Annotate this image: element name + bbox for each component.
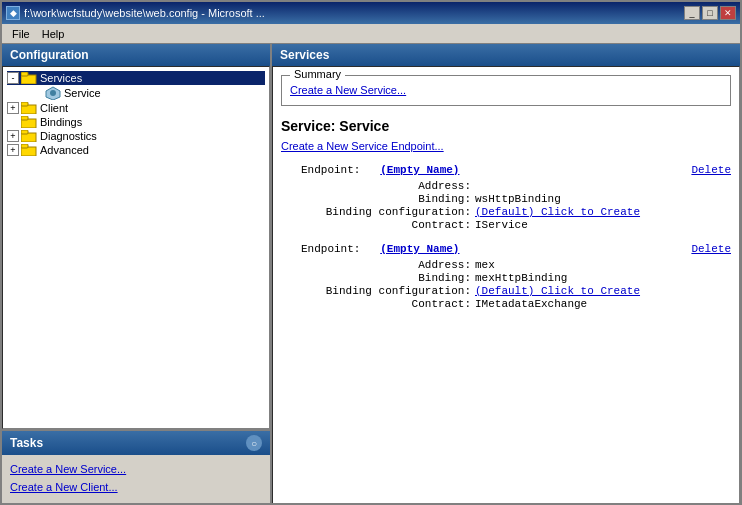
tree-item-advanced[interactable]: + Advanced [7, 143, 265, 157]
tree-label-services: Services [40, 72, 82, 84]
endpoint-name-link-2[interactable]: (Empty Name) [380, 243, 459, 255]
svg-rect-11 [21, 144, 28, 148]
tree-item-services[interactable]: - Services [7, 71, 265, 85]
svg-rect-9 [21, 130, 28, 134]
ep2-address-label: Address: [321, 259, 471, 271]
left-panel: Configuration - Services + Service [2, 44, 272, 505]
task-create-client[interactable]: Create a New Client... [10, 481, 262, 493]
endpoint-label-1: Endpoint: [301, 164, 360, 176]
tree-item-diagnostics[interactable]: + Diagnostics [7, 129, 265, 143]
delete-link-2[interactable]: Delete [691, 243, 731, 255]
ep2-address-value: mex [475, 259, 731, 271]
services-panel-header: Services [272, 44, 740, 66]
svg-rect-7 [21, 116, 28, 120]
endpoint-label-2: Endpoint: [301, 243, 360, 255]
tasks-content: Create a New Service... Create a New Cli… [2, 455, 270, 505]
task-create-service[interactable]: Create a New Service... [10, 463, 262, 475]
tree-item-client[interactable]: + Client [7, 101, 265, 115]
tasks-circle-icon: ○ [246, 435, 262, 451]
folder-icon-bindings [21, 116, 37, 128]
menu-file[interactable]: File [6, 26, 36, 42]
tree-label-bindings: Bindings [40, 116, 82, 128]
ep1-binding-value: wsHttpBinding [475, 193, 731, 205]
window-icon: ◆ [6, 6, 20, 20]
endpoint-block-1: Endpoint: (Empty Name) Delete Address: B… [281, 164, 731, 231]
ep2-binding-label: Binding: [321, 272, 471, 284]
create-endpoint-link[interactable]: Create a New Service Endpoint... [281, 140, 731, 152]
client-expander[interactable]: + [7, 102, 19, 114]
endpoint-header-1: Endpoint: (Empty Name) Delete [301, 164, 731, 176]
svg-rect-1 [21, 72, 28, 76]
ep2-contract-label: Contract: [321, 298, 471, 310]
menu-help[interactable]: Help [36, 26, 71, 42]
config-panel-header: Configuration [2, 44, 270, 66]
tree-item-bindings[interactable]: + Bindings [7, 115, 265, 129]
ep2-binding-config-link[interactable]: (Default) Click to Create [475, 285, 731, 297]
folder-icon-client [21, 102, 37, 114]
summary-legend: Summary [290, 68, 345, 80]
ep1-address-value [475, 180, 731, 192]
service-section: Service: Service Create a New Service En… [281, 118, 731, 310]
delete-link-1[interactable]: Delete [691, 164, 731, 176]
endpoint-header-2: Endpoint: (Empty Name) Delete [301, 243, 731, 255]
close-button[interactable]: ✕ [720, 6, 736, 20]
services-expander[interactable]: - [7, 72, 19, 84]
endpoint-props-2: Address: mex Binding: mexHttpBinding Bin… [321, 259, 731, 310]
right-panel: Services Summary Create a New Service...… [272, 44, 740, 505]
window-controls: _ □ ✕ [684, 6, 736, 20]
tree-label-service: Service [64, 87, 101, 99]
ep2-contract-value: IMetadataExchange [475, 298, 731, 310]
svg-point-3 [50, 90, 56, 96]
ep1-contract-value: IService [475, 219, 731, 231]
summary-group: Summary Create a New Service... [281, 75, 731, 106]
minimize-button[interactable]: _ [684, 6, 700, 20]
window-title: f:\work\wcfstudy\website\web.config - Mi… [24, 7, 265, 19]
tree-label-diagnostics: Diagnostics [40, 130, 97, 142]
services-content: Summary Create a New Service... Service:… [272, 66, 740, 505]
advanced-expander[interactable]: + [7, 144, 19, 156]
ep1-binding-config-label: Binding configuration: [321, 206, 471, 218]
service-icon [45, 86, 61, 100]
tasks-header: Tasks ○ [2, 431, 270, 455]
tasks-title: Tasks [10, 436, 43, 450]
svg-rect-5 [21, 102, 28, 106]
ep1-binding-config-link[interactable]: (Default) Click to Create [475, 206, 731, 218]
endpoint-block-2: Endpoint: (Empty Name) Delete Address: m… [281, 243, 731, 310]
ep1-binding-label: Binding: [321, 193, 471, 205]
diagnostics-expander[interactable]: + [7, 130, 19, 142]
main-layout: Configuration - Services + Service [2, 44, 740, 505]
ep1-address-label: Address: [321, 180, 471, 192]
service-title: Service: Service [281, 118, 731, 134]
folder-icon-advanced [21, 144, 37, 156]
tree-label-advanced: Advanced [40, 144, 89, 156]
create-service-link[interactable]: Create a New Service... [290, 84, 406, 96]
endpoint-name-link-1[interactable]: (Empty Name) [380, 164, 459, 176]
ep2-binding-value: mexHttpBinding [475, 272, 731, 284]
maximize-button[interactable]: □ [702, 6, 718, 20]
menu-bar: File Help [2, 24, 740, 44]
ep1-contract-label: Contract: [321, 219, 471, 231]
tree-item-service[interactable]: + Service [7, 85, 265, 101]
tree-label-client: Client [40, 102, 68, 114]
tasks-panel: Tasks ○ Create a New Service... Create a… [2, 429, 270, 505]
endpoint-props-1: Address: Binding: wsHttpBinding Binding … [321, 180, 731, 231]
title-bar: ◆ f:\work\wcfstudy\website\web.config - … [2, 2, 740, 24]
config-tree: - Services + Service + [2, 66, 270, 429]
folder-icon-services [21, 72, 37, 84]
folder-icon-diagnostics [21, 130, 37, 142]
ep2-binding-config-label: Binding configuration: [321, 285, 471, 297]
